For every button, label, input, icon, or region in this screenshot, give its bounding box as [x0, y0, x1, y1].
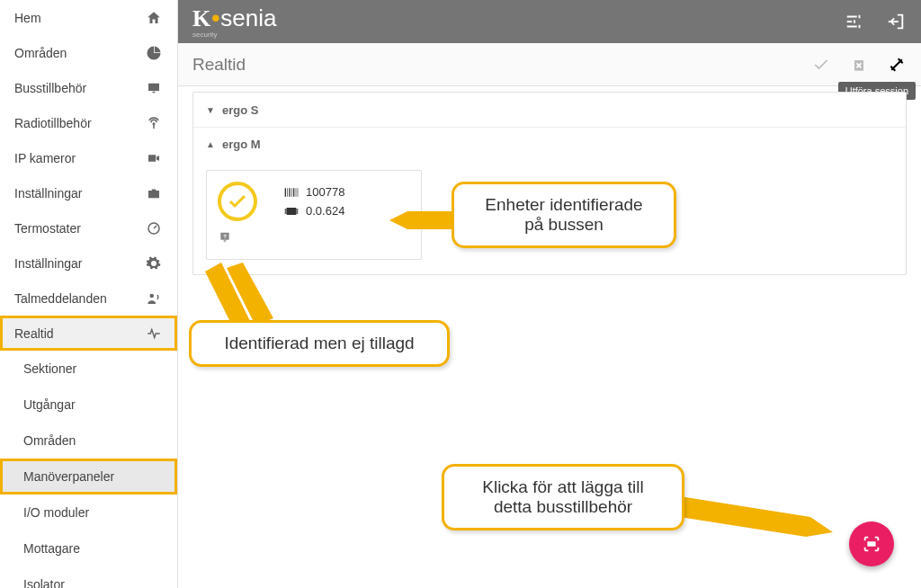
tune-button[interactable] — [844, 11, 865, 32]
sidebar-item-home[interactable]: Hem — [0, 0, 177, 35]
chip-icon — [284, 206, 299, 217]
logout-icon — [886, 12, 906, 31]
svg-rect-6 — [287, 208, 297, 215]
sidebar-sub-sections[interactable]: Sektioner — [0, 351, 177, 387]
sidebar-sub-label: Utgångar — [23, 397, 76, 412]
page-title: Realtid — [192, 55, 246, 75]
callout-bus-devices: Enheter identifierade på bussen — [452, 182, 676, 248]
callout-arrow — [205, 263, 286, 325]
sidebar-item-ip-cameras[interactable]: IP kameror — [0, 140, 177, 175]
discard-button[interactable] — [849, 55, 869, 75]
antenna-icon — [145, 114, 163, 132]
sidebar-sub-label: Områden — [23, 433, 76, 448]
sidebar-sub-label: Manöverpaneler — [23, 469, 114, 484]
sidebar-sub-label: I/O moduler — [23, 505, 89, 520]
gauge-icon — [145, 219, 163, 237]
sidebar-item-label: IP kameror — [14, 151, 76, 165]
sidebar-sub-label: Isolator — [23, 577, 65, 588]
sidebar-item-settings-2[interactable]: Inställningar — [0, 245, 177, 281]
trash-x-icon — [850, 56, 868, 74]
sidebar-item-label: Hem — [14, 11, 41, 25]
session-button[interactable] — [887, 55, 907, 75]
callout-text: Enheter identifierade på bussen — [474, 195, 654, 235]
svg-text:?: ? — [223, 234, 227, 239]
add-device-fab[interactable] — [849, 521, 894, 566]
main: K • senia security Realtid — [178, 0, 921, 588]
sidebar-sub-io-modules[interactable]: I/O moduler — [0, 494, 177, 530]
svg-rect-1 — [153, 91, 156, 93]
sidebar-sub-outputs[interactable]: Utgångar — [0, 387, 177, 423]
voice-icon — [145, 290, 163, 307]
briefcase-icon — [145, 184, 163, 202]
svg-point-2 — [153, 123, 155, 125]
brand-k: K — [192, 7, 210, 31]
sidebar: Hem Områden Busstillbehör Radiotillbehör… — [0, 0, 178, 588]
sidebar-sub-label: Sektioner — [23, 361, 76, 376]
apply-button[interactable] — [811, 55, 831, 75]
callout-arrow — [389, 207, 457, 234]
svg-rect-8 — [224, 240, 227, 241]
sidebar-item-label: Radiotillbehör — [14, 116, 92, 130]
pie-icon — [145, 44, 163, 62]
gear-icon — [145, 254, 163, 272]
subheader: Realtid Utföra session — [178, 43, 921, 86]
callout-add-bus: Klicka för att lägga till detta busstill… — [442, 464, 684, 530]
accordion-ergo-s[interactable]: ▼ ergo S — [193, 93, 906, 127]
sidebar-item-areas[interactable]: Områden — [0, 35, 177, 70]
sidebar-item-thermostats[interactable]: Termostater — [0, 210, 177, 245]
sidebar-sub-label: Mottagare — [23, 541, 80, 556]
brand-dot: • — [211, 4, 219, 32]
device-serial: 100778 — [306, 185, 344, 199]
sidebar-item-label: Busstillbehör — [14, 81, 86, 95]
device-version: 0.0.624 — [306, 204, 344, 218]
collapse-icon: ▼ — [206, 105, 215, 115]
logout-button[interactable] — [885, 11, 907, 32]
check-icon — [812, 56, 830, 74]
sidebar-item-label: Områden — [14, 46, 67, 60]
svg-point-4 — [150, 293, 155, 298]
sidebar-item-voice-messages[interactable]: Talmeddelanden — [0, 281, 177, 316]
sidebar-item-label: Realtid — [14, 326, 54, 341]
accordion-label: ergo M — [222, 138, 261, 151]
sidebar-item-settings-1[interactable]: Inställningar — [0, 175, 177, 210]
callout-not-added: Identifierad men ej tillagd — [189, 320, 450, 367]
sidebar-sub-receivers[interactable]: Mottagare — [0, 530, 177, 566]
unknown-device-icon: ? — [218, 230, 410, 248]
sidebar-item-label: Inställningar — [14, 186, 83, 200]
content: ▼ ergo S ▲ ergo M 100778 — [178, 92, 921, 588]
tools-icon — [888, 56, 906, 74]
sidebar-item-label: Inställningar — [14, 256, 83, 271]
device-info: 100778 0.0.624 — [284, 185, 344, 218]
sidebar-sub-isolator[interactable]: Isolator — [0, 566, 177, 588]
sidebar-item-label: Talmeddelanden — [14, 291, 107, 306]
sidebar-sub-areas[interactable]: Områden — [0, 423, 177, 459]
status-ok-icon — [218, 182, 257, 221]
accordion-ergo-m[interactable]: ▲ ergo M — [193, 127, 906, 161]
brand-logo: K • senia security — [192, 4, 277, 39]
sidebar-sub-keypads[interactable]: Manöverpaneler — [0, 459, 177, 494]
callout-text: Klicka för att lägga till detta busstill… — [464, 477, 662, 517]
scan-icon — [862, 534, 881, 554]
sidebar-item-bus-accessories[interactable]: Busstillbehör — [0, 70, 177, 105]
tune-icon — [845, 12, 864, 31]
topbar: K • senia security — [178, 0, 921, 43]
camera-icon — [145, 149, 163, 167]
svg-rect-0 — [148, 83, 159, 90]
sidebar-item-label: Termostater — [14, 221, 81, 236]
callout-arrow — [680, 492, 833, 546]
callout-text: Identifierad men ej tillagd — [211, 334, 427, 353]
brand-senia: senia — [220, 4, 276, 32]
monitor-icon — [145, 79, 163, 97]
activity-icon — [145, 325, 163, 343]
sidebar-item-radio-accessories[interactable]: Radiotillbehör — [0, 105, 177, 140]
barcode-icon — [284, 187, 299, 198]
home-icon — [145, 9, 163, 27]
accordion-label: ergo S — [222, 103, 258, 117]
expand-icon: ▲ — [206, 139, 215, 149]
sidebar-item-realtime[interactable]: Realtid — [0, 316, 177, 351]
